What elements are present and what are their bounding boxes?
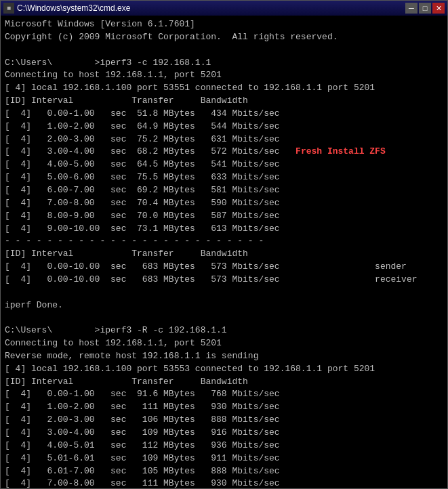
minimize-button[interactable]: ─ bbox=[405, 3, 418, 14]
titlebar-buttons: ─ □ ✕ bbox=[405, 3, 445, 14]
annotation: Fresh Install ZFS bbox=[296, 146, 386, 156]
titlebar-icon: ■ bbox=[3, 3, 14, 14]
titlebar: ■ C:\Windows\system32\cmd.exe ─ □ ✕ bbox=[1, 1, 447, 16]
titlebar-title: C:\Windows\system32\cmd.exe bbox=[17, 3, 130, 13]
maximize-button[interactable]: □ bbox=[419, 3, 431, 14]
titlebar-left: ■ C:\Windows\system32\cmd.exe bbox=[3, 3, 130, 14]
close-button[interactable]: ✕ bbox=[432, 3, 445, 14]
console-output: Microsoft Windows [Version 6.1.7601] Cop… bbox=[1, 16, 447, 488]
cmd-window: ■ C:\Windows\system32\cmd.exe ─ □ ✕ Micr… bbox=[0, 0, 448, 489]
